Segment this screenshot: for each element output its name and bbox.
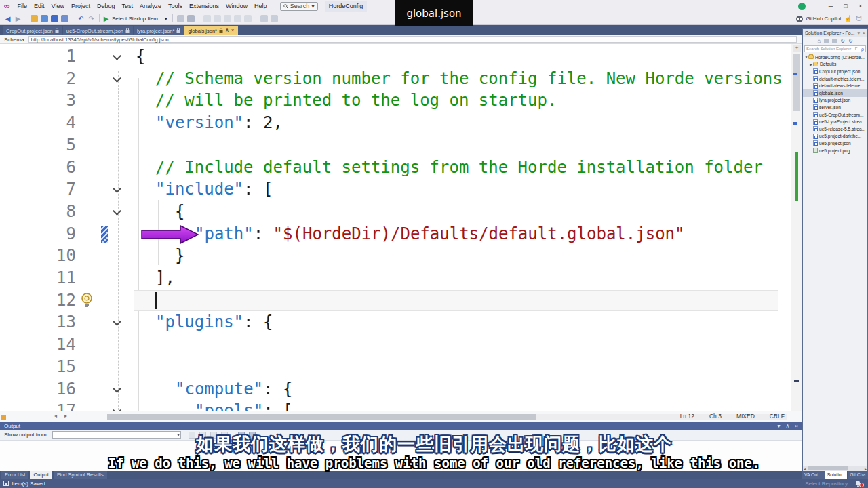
tree-item-ue5-project-darkthe-[interactable]: ue5.project-darkthe...	[803, 133, 867, 140]
tree-item-lyra-project-json[interactable]: lyra.project.json	[803, 97, 867, 104]
menu-view[interactable]: View	[48, 0, 68, 12]
find-button[interactable]	[203, 15, 211, 22]
tree-item-ue5-cropout-stream-[interactable]: ue5-CropOut.stream...	[803, 111, 867, 119]
solution-explorer-search-input[interactable]: Search Solution Explorer - F ρ	[804, 45, 866, 52]
indent-button[interactable]	[234, 15, 241, 22]
scrollbar-thumb[interactable]	[107, 414, 536, 420]
start-debug-icon[interactable]: ▶	[102, 15, 110, 22]
menu-test[interactable]: Test	[119, 0, 137, 12]
tree-item-ue5-release-5-5-strea-[interactable]: ue5-release-5.5.strea...	[803, 125, 867, 133]
uncomment-button[interactable]	[224, 15, 231, 22]
feedback-icon[interactable]: ☝	[844, 15, 852, 22]
code-line-4[interactable]: 4"version": 2,	[0, 112, 791, 134]
refresh-icon[interactable]: ↻	[848, 38, 853, 44]
tree-item-defaults[interactable]: ▶Defaults	[803, 61, 867, 68]
tree-item-globals-json[interactable]: globals.json	[803, 89, 867, 97]
scroll-right-icon[interactable]: ▸	[64, 413, 67, 419]
code-line-13[interactable]: 13"plugins": {	[0, 311, 791, 333]
sidebar-tab-solutio-[interactable]: Solutio...	[825, 471, 847, 479]
minimize-button[interactable]: ─	[823, 0, 838, 12]
menu-edit[interactable]: Edit	[31, 0, 48, 12]
code-line-8[interactable]: 8{	[0, 201, 791, 223]
sidebar-tab-va-out-[interactable]: VA Out...	[802, 471, 825, 479]
fold-chevron-icon[interactable]	[113, 74, 121, 83]
attach-button[interactable]	[177, 15, 184, 22]
bottom-tab-error-list[interactable]: Error List	[1, 471, 28, 479]
tree-item-server-json[interactable]: server.json	[803, 104, 867, 111]
comment-button[interactable]	[214, 15, 221, 22]
caret-down-icon[interactable]: ▾	[857, 30, 860, 36]
menu-analyze[interactable]: Analyze	[136, 0, 165, 12]
menu-tools[interactable]: Tools	[165, 0, 186, 12]
redo-button[interactable]: ↷	[87, 15, 95, 22]
bottom-tab-output[interactable]: Output	[30, 471, 52, 479]
menu-extensions[interactable]: Extensions	[186, 0, 222, 12]
tree-item-ue5-lyraproject-strea-[interactable]: ue5-LyraProject.strea...	[803, 118, 867, 125]
menu-project[interactable]: Project	[68, 0, 94, 12]
code-line-1[interactable]: 1{	[0, 45, 791, 68]
new-project-button[interactable]	[31, 15, 38, 22]
tab-lyra-project-json-[interactable]: lyra.project.json*	[134, 26, 184, 35]
bottom-tab-find-symbol-results[interactable]: Find Symbol Results	[54, 471, 107, 479]
save-button[interactable]	[51, 15, 58, 22]
outdent-button[interactable]	[244, 15, 252, 22]
code-line-3[interactable]: 3// will be printed to the log on startu…	[0, 89, 791, 112]
close-tab-icon[interactable]: ×	[231, 28, 235, 33]
tree-item-cropout-project-json[interactable]: CropOut.project.json	[803, 68, 867, 75]
bookmark-button[interactable]	[260, 15, 268, 22]
navigate-forward-button[interactable]: ▶	[14, 15, 22, 22]
tree-item-hordeconfig-d-horde-[interactable]: ▼HordeConfig (D:\Horde...	[803, 54, 867, 61]
code-line-15[interactable]: 15	[0, 356, 791, 378]
menu-window[interactable]: Window	[222, 0, 251, 12]
code-line-2[interactable]: 2// Schema version number for the config…	[0, 68, 791, 90]
home-icon[interactable]: ⌂	[817, 38, 821, 44]
code-line-17[interactable]: 17"pools": [	[0, 400, 791, 411]
search-box[interactable]: Search ▾	[280, 2, 318, 11]
menu-debug[interactable]: Debug	[94, 0, 119, 12]
open-file-button[interactable]	[41, 15, 48, 22]
tab-ue5-cropout-stream-json[interactable]: ue5-CropOut.stream.json	[63, 26, 133, 35]
pin-icon[interactable]: ⊼	[785, 423, 789, 429]
window-position-icon[interactable]: ▾	[777, 423, 780, 429]
code-line-10[interactable]: 10}	[0, 245, 791, 267]
sync-with-active-document-icon[interactable]: ↻	[840, 38, 845, 44]
lightbulb-icon[interactable]	[80, 292, 94, 310]
code-line-14[interactable]: 14	[0, 333, 791, 356]
close-icon[interactable]: ×	[863, 30, 865, 36]
switch-views-icon[interactable]	[824, 39, 829, 43]
close-icon[interactable]: ×	[795, 423, 798, 429]
notifications-bell[interactable]	[854, 480, 861, 488]
code-line-9[interactable]: 9"path": "$(HordeDir)/Defaults/default.g…	[0, 223, 791, 245]
tab-globals-json-[interactable]: globals.json*⊼×	[184, 26, 237, 35]
code-line-11[interactable]: 11],	[0, 267, 791, 289]
splitter-handle[interactable]: +	[793, 45, 801, 52]
live-share-icon[interactable]	[798, 3, 806, 10]
undo-button[interactable]: ↶	[77, 15, 85, 22]
scroll-left-icon[interactable]: ◂	[54, 413, 57, 419]
fold-chevron-icon[interactable]	[113, 207, 121, 216]
fold-chevron-icon[interactable]	[113, 384, 121, 393]
tree-item-ue5-project-png[interactable]: ue5.project.png	[803, 147, 867, 155]
tree-item-ue5-project-json[interactable]: ue5.project.json	[803, 140, 867, 147]
account-icon[interactable]: ᗢ	[855, 15, 863, 22]
scrollbar-thumb[interactable]	[793, 54, 800, 111]
save-all-button[interactable]	[61, 15, 68, 22]
tab-cropout-project-json[interactable]: CropOut.project.json	[3, 26, 62, 35]
editor-vertical-scrollbar[interactable]: +	[791, 44, 802, 411]
startup-item-selector[interactable]: Select Startup Item... ▾	[112, 16, 167, 22]
maximize-button[interactable]: □	[838, 0, 853, 12]
navigate-back-button[interactable]: ◀	[4, 15, 12, 22]
pin-icon[interactable]: ⊼	[225, 28, 229, 33]
tree-item-default-metrics-telem-[interactable]: default-metrics.telem...	[803, 75, 867, 83]
code-editor[interactable]: 1{2// Schema version number for the conf…	[0, 44, 802, 411]
solution-explorer-titlebar[interactable]: Solution Explorer - Fo... ▾ ×	[803, 29, 867, 37]
menu-help[interactable]: Help	[251, 0, 271, 12]
menu-file[interactable]: File	[14, 0, 31, 12]
navigate-bookmark-button[interactable]	[271, 15, 278, 22]
output-panel-titlebar[interactable]: Output ▾ ⊼ ×	[0, 422, 802, 430]
fold-chevron-icon[interactable]	[113, 52, 121, 60]
fold-chevron-icon[interactable]	[113, 406, 121, 411]
tree-item-default-views-teleme-[interactable]: default-views.teleme...	[803, 82, 867, 89]
copilot-area[interactable]: GitHub Copilot ☝ ᗢ	[796, 12, 863, 25]
code-line-12[interactable]: 12	[0, 289, 791, 312]
